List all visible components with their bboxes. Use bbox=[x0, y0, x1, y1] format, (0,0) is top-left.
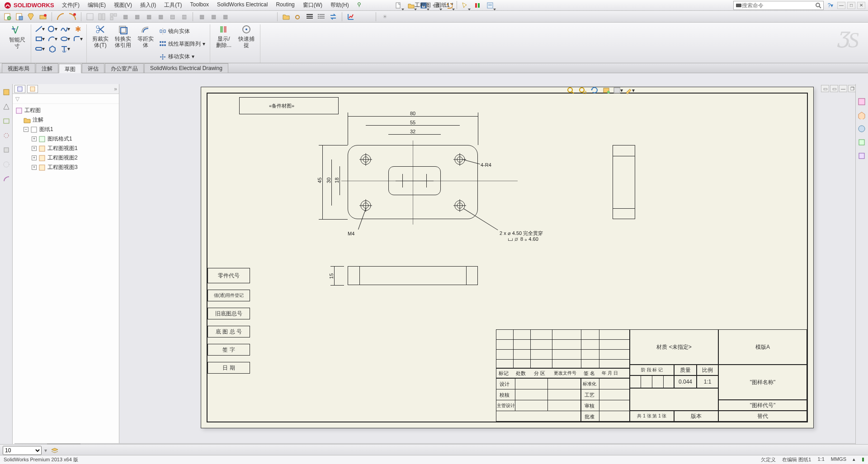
tb-grid7-icon[interactable]: ▦ bbox=[156, 12, 165, 21]
slot-icon[interactable]: ▾ bbox=[35, 44, 45, 53]
menu-edit[interactable]: 编辑(E) bbox=[84, 1, 110, 9]
command-search[interactable] bbox=[733, 1, 824, 10]
mdi-minimize-icon[interactable]: — bbox=[839, 85, 847, 92]
lstrip-icon5[interactable] bbox=[2, 145, 11, 155]
tb-folder-icon[interactable] bbox=[281, 12, 291, 21]
rstrip-icon1[interactable] bbox=[858, 98, 867, 107]
rectangle-icon[interactable]: ▾ bbox=[35, 34, 45, 43]
point-icon[interactable]: ✱ bbox=[73, 24, 83, 33]
line-thickness-select[interactable]: 10 bbox=[3, 446, 42, 455]
tab-evaluate[interactable]: 评估 bbox=[82, 63, 104, 73]
tb-swap-icon[interactable] bbox=[328, 12, 338, 21]
close-icon[interactable]: ✕ bbox=[857, 2, 865, 9]
fm-filter[interactable]: ▽ bbox=[13, 94, 119, 104]
zoom-fit-icon[interactable] bbox=[566, 86, 576, 95]
fm-tab-tree[interactable] bbox=[14, 85, 25, 93]
zoom-area-icon[interactable] bbox=[578, 86, 588, 95]
lstrip-icon2[interactable] bbox=[2, 102, 11, 111]
tab-annotation[interactable]: 注解 bbox=[36, 63, 58, 73]
convert-button[interactable]: 转换实 体引用 bbox=[113, 24, 133, 62]
maximize-icon[interactable]: □ bbox=[847, 2, 855, 9]
smart-dimension-button[interactable]: 智能尺 寸 bbox=[7, 24, 27, 50]
collapse-icon[interactable]: − bbox=[24, 127, 28, 132]
expand-icon[interactable]: + bbox=[32, 136, 37, 141]
fm-collapse-icon[interactable]: » bbox=[114, 86, 117, 92]
polygon-icon[interactable] bbox=[47, 44, 57, 53]
rotate-icon[interactable] bbox=[590, 86, 599, 95]
move-button[interactable]: 移动实体 ▾ bbox=[158, 51, 206, 62]
tb-grid9-icon[interactable]: ▥ bbox=[179, 12, 189, 21]
tb-grid2-icon[interactable] bbox=[97, 12, 107, 21]
tb-icon6[interactable] bbox=[67, 12, 77, 21]
lstrip-icon7[interactable] bbox=[2, 174, 11, 183]
tb-chart-icon[interactable] bbox=[346, 12, 356, 21]
status-flag-icon[interactable]: ▮ bbox=[862, 456, 864, 463]
tb-sun-icon[interactable]: ☀ bbox=[380, 12, 390, 21]
help-icon[interactable]: ?▾ bbox=[826, 1, 835, 10]
tb-table3-icon[interactable]: ▦ bbox=[220, 12, 230, 21]
new-drawing2-icon[interactable] bbox=[14, 12, 24, 21]
display-delete-button[interactable]: 显示/ 删除... bbox=[214, 24, 234, 49]
fm-tab-prop[interactable] bbox=[27, 85, 38, 93]
rstrip-icon5[interactable] bbox=[858, 152, 867, 161]
rstrip-icon2[interactable] bbox=[858, 111, 867, 120]
menu-window[interactable]: 窗口(W) bbox=[299, 1, 326, 9]
tb-lines-icon[interactable] bbox=[305, 12, 315, 21]
tb-grid4-icon[interactable]: ▦ bbox=[120, 12, 130, 21]
lstrip-icon4[interactable] bbox=[2, 131, 11, 140]
fillet-icon[interactable]: ▾ bbox=[73, 34, 83, 43]
status-units[interactable]: MMGS bbox=[831, 456, 846, 463]
tab-swelec-draw[interactable]: SolidWorks Electrical Drawing bbox=[144, 63, 228, 73]
search-input[interactable] bbox=[742, 2, 815, 9]
text-icon[interactable]: ▾ bbox=[60, 44, 70, 53]
tab-sketch[interactable]: 草图 bbox=[59, 64, 81, 73]
tree-item-view2[interactable]: +工程图视图2 bbox=[15, 153, 116, 163]
lstrip-icon1[interactable] bbox=[2, 88, 11, 97]
pattern-button[interactable]: 线性草图阵列 ▾ bbox=[158, 38, 206, 50]
drawing-sheet[interactable]: «备件材图» 80 55 32 bbox=[201, 87, 814, 428]
tb-icon4[interactable] bbox=[38, 12, 48, 21]
menu-file[interactable]: 文件(F) bbox=[58, 1, 84, 9]
dropdown-icon[interactable]: ▾ bbox=[44, 447, 47, 454]
tree-root[interactable]: 工程图 bbox=[15, 106, 116, 115]
quick-snap-button[interactable]: 快速捕 捉 bbox=[236, 24, 256, 49]
expand-icon[interactable]: + bbox=[32, 165, 37, 170]
tb-icon3[interactable] bbox=[26, 12, 36, 21]
menu-view[interactable]: 视图(V) bbox=[110, 1, 136, 9]
tree-item-format[interactable]: +图纸格式1 bbox=[15, 134, 116, 144]
options-icon[interactable] bbox=[485, 1, 495, 10]
menu-routing[interactable]: Routing bbox=[272, 1, 298, 9]
tb-grid5-icon[interactable]: ▦ bbox=[132, 12, 142, 21]
section-icon[interactable] bbox=[601, 86, 611, 95]
tb-table1-icon[interactable]: ▦ bbox=[197, 12, 207, 21]
menu-insert[interactable]: 插入(I) bbox=[136, 1, 160, 9]
lstrip-icon3[interactable] bbox=[2, 117, 11, 126]
arc-icon[interactable]: ▾ bbox=[47, 34, 57, 43]
new-drawing-icon[interactable] bbox=[3, 12, 13, 21]
status-caret-icon[interactable]: ▴ bbox=[853, 456, 855, 463]
offset-button[interactable]: 等距实 体 bbox=[136, 24, 156, 62]
tb-link-icon[interactable] bbox=[293, 12, 303, 21]
line-icon[interactable]: ▾ bbox=[35, 24, 45, 33]
spline-icon[interactable]: ▾ bbox=[60, 24, 70, 33]
edit-sheet-icon[interactable]: ▾ bbox=[625, 86, 635, 95]
expand-icon[interactable]: + bbox=[32, 155, 37, 160]
tb-grid1-icon[interactable] bbox=[85, 12, 95, 21]
tree-item-view1[interactable]: +工程图视图1 bbox=[15, 144, 116, 153]
layer-icon[interactable] bbox=[50, 446, 60, 455]
lstrip-icon6[interactable] bbox=[2, 160, 11, 169]
graphics-area[interactable]: ▾ ▾ ▭ ▭ — ❐ ✕ «备件材图» bbox=[119, 84, 868, 444]
mdi-tile-icon[interactable]: ▭ bbox=[821, 85, 829, 92]
select-icon[interactable] bbox=[460, 1, 470, 10]
status-scale[interactable]: 1:1 bbox=[817, 456, 824, 463]
new-doc-icon[interactable] bbox=[393, 1, 403, 10]
tree-sheet[interactable]: − 图纸1 bbox=[15, 125, 116, 134]
tab-viewlayout[interactable]: 视图布局 bbox=[2, 63, 35, 73]
expand-icon[interactable]: + bbox=[32, 146, 37, 151]
mdi-cascade-icon[interactable]: ▭ bbox=[830, 85, 838, 92]
tb-table2-icon[interactable]: ▦ bbox=[208, 12, 218, 21]
display-style-icon[interactable]: ▾ bbox=[613, 86, 623, 95]
tab-office[interactable]: 办公室产品 bbox=[105, 63, 144, 73]
tb-grid6-icon[interactable]: ▦ bbox=[144, 12, 154, 21]
tb-list-icon[interactable] bbox=[316, 12, 326, 21]
